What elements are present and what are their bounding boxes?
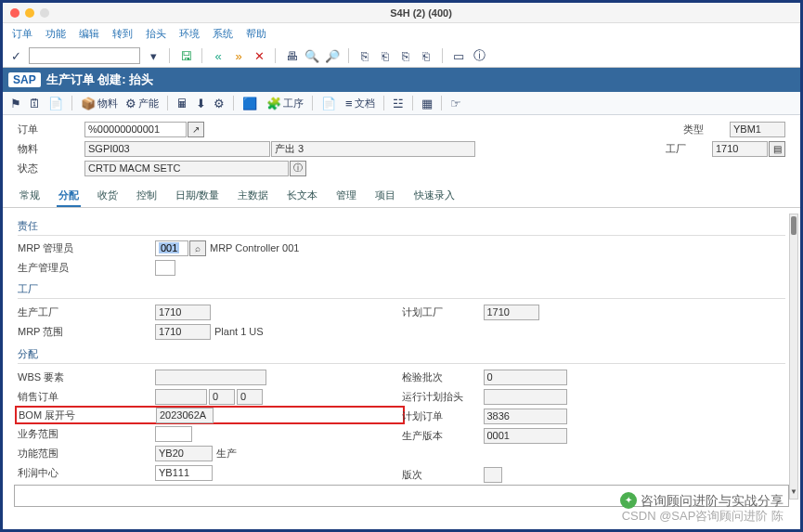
- prod-supervisor-label: 生产管理员: [18, 261, 99, 275]
- dropdown-icon[interactable]: ▾: [146, 48, 161, 63]
- exit-icon[interactable]: »: [231, 48, 246, 63]
- document-icon: 📄: [48, 97, 63, 110]
- prod-supervisor-field[interactable]: [155, 260, 175, 276]
- plant-help-button[interactable]: ▤: [769, 141, 785, 157]
- tab-control[interactable]: 控制: [135, 186, 159, 207]
- window-title: S4H (2) (400): [49, 7, 793, 19]
- prod-version-field: 0001: [484, 428, 567, 444]
- command-input[interactable]: [29, 47, 140, 64]
- docs-icon: 📄: [321, 97, 336, 110]
- order-field[interactable]: %00000000001: [84, 122, 187, 137]
- maximize-icon[interactable]: [40, 8, 49, 18]
- ab-sequence[interactable]: ≡文档: [343, 97, 377, 110]
- menu-edit[interactable]: 编辑: [79, 27, 99, 41]
- mrp-controller-field[interactable]: 001: [155, 240, 188, 256]
- bom-row-highlight: BOM 展开号 2023062A: [15, 406, 405, 424]
- insp-lot-field: 0: [484, 370, 567, 385]
- minimize-icon[interactable]: [25, 8, 34, 18]
- find-next-icon[interactable]: 🔎: [325, 48, 340, 63]
- order-search-button[interactable]: ↗: [188, 122, 204, 137]
- mrp-controller-label: MRP 管理员: [18, 241, 99, 255]
- menu-help[interactable]: 帮助: [246, 27, 266, 41]
- menu-function[interactable]: 功能: [45, 27, 66, 41]
- menu-env[interactable]: 环境: [179, 27, 200, 41]
- plant-field: 1710: [712, 141, 768, 157]
- first-page-icon[interactable]: ⎘: [357, 48, 372, 63]
- message-bar[interactable]: [14, 485, 789, 507]
- planned-order-field: 3836: [484, 409, 567, 424]
- ab-list[interactable]: ☳: [391, 97, 406, 110]
- ab-doc[interactable]: 📄: [46, 97, 65, 110]
- ab-calc[interactable]: 🖩: [175, 97, 190, 110]
- tab-dates[interactable]: 日期/数量: [174, 186, 221, 207]
- scroll-thumb[interactable]: [791, 216, 797, 235]
- last-page-icon[interactable]: ⎗: [419, 48, 434, 63]
- group-assignment: 分配: [18, 347, 785, 361]
- screen-title: 生产订单 创建: 抬头: [46, 71, 154, 88]
- operations-icon: 🟦: [242, 97, 257, 110]
- scroll-down-icon[interactable]: ▼: [790, 487, 797, 499]
- tab-project[interactable]: 项目: [373, 186, 397, 207]
- window-titlebar: S4H (2) (400): [3, 3, 800, 23]
- next-page-icon[interactable]: ⎘: [398, 48, 413, 63]
- ab-goto[interactable]: ☞: [448, 97, 463, 110]
- tab-quick[interactable]: 快速录入: [412, 186, 457, 207]
- help-icon[interactable]: ⓘ: [472, 48, 486, 63]
- prev-page-icon[interactable]: ⎗: [378, 48, 393, 63]
- material-desc-field: 产出 3: [271, 141, 475, 157]
- group-responsibility: 责任: [18, 219, 785, 233]
- insp-lot-label: 检验批次: [402, 370, 484, 384]
- bom-expl-label: BOM 展开号: [19, 409, 100, 422]
- menu-system[interactable]: 系统: [213, 27, 233, 41]
- ab-grid[interactable]: ▦: [420, 97, 434, 110]
- ab-settings[interactable]: ⚙: [212, 97, 227, 110]
- mrp-area-field: 1710: [155, 324, 211, 340]
- vertical-scrollbar[interactable]: ▲ ▼: [789, 214, 798, 500]
- gear-icon: ⚙: [214, 97, 225, 110]
- ab-capacity[interactable]: ⚙产能: [123, 97, 161, 110]
- ab-material[interactable]: 📦物料: [79, 97, 120, 110]
- tab-receipt[interactable]: 收货: [96, 186, 120, 207]
- order-label: 订单: [18, 123, 84, 136]
- ab-components[interactable]: 🧩工序: [265, 97, 305, 110]
- flag-icon: ⚑: [10, 97, 21, 110]
- profit-center-field[interactable]: YB111: [155, 465, 213, 481]
- tab-admin[interactable]: 管理: [334, 186, 358, 207]
- ab-operations[interactable]: 🟦: [240, 97, 261, 110]
- prod-plant-label: 生产工厂: [18, 305, 99, 319]
- cancel-icon[interactable]: ✕: [252, 48, 266, 63]
- group-plant: 工厂: [18, 282, 785, 296]
- tab-assignment[interactable]: 分配: [57, 186, 81, 207]
- material-icon: 📦: [81, 97, 96, 110]
- planned-order-label: 计划订单: [402, 409, 484, 423]
- type-label: 类型: [683, 123, 730, 136]
- run-sched-field: [484, 389, 567, 405]
- tab-master[interactable]: 主数据: [236, 186, 270, 207]
- ab-down[interactable]: ⬇: [194, 97, 208, 110]
- back-icon[interactable]: «: [211, 48, 226, 63]
- tab-strip: 常规 分配 收货 控制 日期/数量 主数据 长文本 管理 项目 快速录入: [3, 180, 800, 208]
- new-session-icon[interactable]: ▭: [451, 48, 466, 63]
- close-icon[interactable]: [10, 8, 19, 18]
- plan-plant-field: 1710: [484, 305, 539, 320]
- material-label: 物料: [18, 142, 84, 156]
- mrp-area-label: MRP 范围: [18, 325, 99, 339]
- sales-order-item-field: 0: [209, 389, 235, 405]
- ab-flag[interactable]: ⚑: [8, 97, 23, 110]
- print-icon[interactable]: 🖶: [284, 48, 299, 63]
- business-area-field[interactable]: [155, 426, 192, 442]
- ab-documents[interactable]: 📄: [319, 97, 340, 110]
- menu-goto[interactable]: 转到: [112, 27, 133, 41]
- func-area-label: 功能范围: [18, 447, 99, 461]
- menu-header[interactable]: 抬头: [146, 27, 166, 41]
- tab-general[interactable]: 常规: [18, 186, 42, 207]
- save-icon[interactable]: 🖫: [178, 48, 193, 63]
- version-field: [484, 467, 502, 483]
- enter-icon[interactable]: ✓: [8, 48, 23, 63]
- ab-schedule[interactable]: 🗓: [27, 97, 43, 110]
- mrp-controller-search-button[interactable]: ⌕: [189, 240, 206, 256]
- status-detail-button[interactable]: ⓘ: [290, 161, 306, 176]
- tab-longtext[interactable]: 长文本: [285, 186, 319, 207]
- menu-order[interactable]: 订单: [12, 27, 32, 41]
- find-icon[interactable]: 🔍: [304, 48, 319, 63]
